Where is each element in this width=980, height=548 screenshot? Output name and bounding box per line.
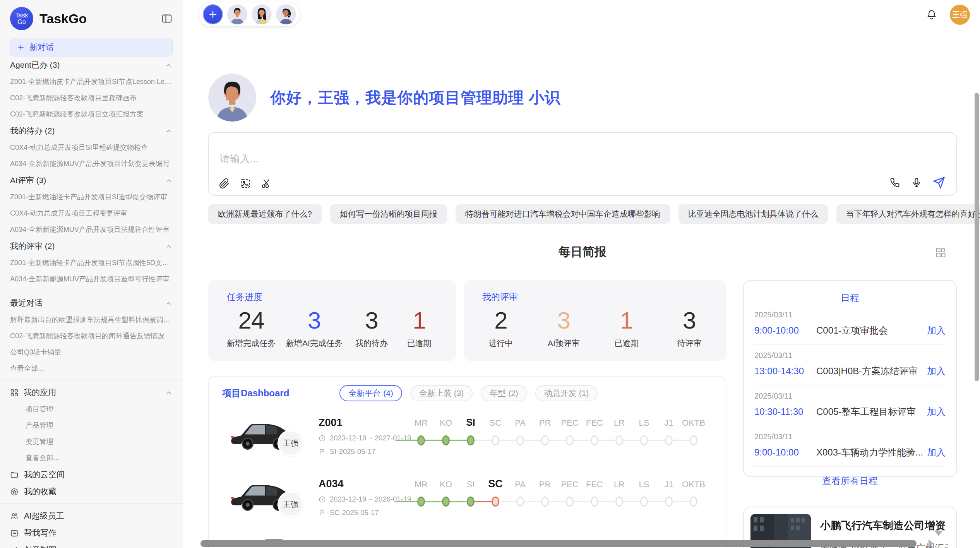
section-agent-done[interactable]: Agent已办 (3) xyxy=(10,57,173,74)
schedule-date: 2025/03/11 xyxy=(754,310,946,319)
milestone-node xyxy=(665,497,673,507)
sidebar-item-creative-draw[interactable]: 创意制图 xyxy=(10,541,173,548)
plus-icon xyxy=(17,43,25,51)
attachment-icon[interactable] xyxy=(219,178,230,189)
new-chat-button[interactable]: 新对话 xyxy=(10,38,173,57)
sidebar-item-ai-employee[interactable]: AI超级员工 xyxy=(10,507,173,524)
chat-input-card xyxy=(208,132,957,196)
sidebar-item[interactable]: C0X4-动力总成开发项目工程变更评审 xyxy=(10,205,173,221)
app-logo: Task Go xyxy=(10,7,33,30)
sidebar-item[interactable]: A034-全新新能源MUV产品开发项目计划变更表编写 xyxy=(10,156,173,172)
view-all-schedule-link[interactable]: 查看所有日程 xyxy=(754,475,946,487)
schedule-time: 13:00-14:30 xyxy=(754,366,816,377)
chevron-up-icon[interactable] xyxy=(165,60,173,70)
milestone-label: LS xyxy=(639,418,649,428)
join-link[interactable]: 加入 xyxy=(927,324,946,337)
app-item-product-mgmt[interactable]: 产品管理 xyxy=(10,417,173,433)
join-link[interactable]: 加入 xyxy=(927,406,946,418)
project-row-a034[interactable]: 王强 A034 2023-12-19 ~ 2026-01-19 SC-2025-… xyxy=(209,469,726,531)
suggestion-chip[interactable]: 如何写一份清晰的项目周报 xyxy=(330,204,447,224)
sidebar-item-cloud-space[interactable]: 我的云空间 xyxy=(10,466,173,483)
milestone-label: KO xyxy=(440,480,452,489)
section-title: 我的应用 xyxy=(24,387,56,398)
chevron-up-icon[interactable] xyxy=(165,241,173,251)
milestone-label: OKTB xyxy=(682,480,705,489)
chevron-up-icon[interactable] xyxy=(165,176,173,185)
milestone-node-done xyxy=(442,497,450,507)
project-row-z001[interactable]: 王强 Z001 2023-12-19 ~ 2027-01-19 SI-2025-… xyxy=(209,408,726,469)
sidebar-item[interactable]: A034-全新新能源MUV产品开发项目法规符合性评审 xyxy=(10,221,173,238)
section-my-apps[interactable]: 我的应用 xyxy=(10,384,173,401)
agent-avatar-1[interactable] xyxy=(227,4,247,24)
sidebar-header: Task Go TaskGo xyxy=(10,0,173,37)
join-link[interactable]: 加入 xyxy=(927,365,946,377)
horizontal-scrollbar-thumb[interactable] xyxy=(200,540,917,547)
chat-input[interactable] xyxy=(220,153,839,165)
dashboard-filters: 全新平台 (4) 全新上装 (3) 年型 (2) 动总开发 (1) xyxy=(339,385,598,401)
flag-icon xyxy=(319,448,326,456)
sidebar-item[interactable]: Z001-全新燃油轻卡产品开发项目SI造型提交物评审 xyxy=(10,189,173,205)
phone-call-icon[interactable] xyxy=(889,177,900,188)
suggestion-chips: 欧洲新规最近颁布了什么? 如何写一份清晰的项目周报 特朗普可能对进口汽车增税会对… xyxy=(208,204,957,224)
sidebar-item[interactable]: C0X4-动力总成开发项目SI里程碑提交物检查 xyxy=(10,139,173,156)
suggestion-chip[interactable]: 比亚迪全固态电池计划具体说了什么 xyxy=(678,204,828,224)
daily-brief-header: 每日简报 xyxy=(208,244,957,262)
schedule-title: 日程 xyxy=(754,281,946,304)
sidebar-collapse-icon[interactable] xyxy=(161,13,173,24)
sidebar-item[interactable]: Z001-全新燃油皮卡产品开发项目SI节点Lesson Learn报告 xyxy=(10,74,173,90)
vertical-scrollbar-thumb[interactable] xyxy=(975,93,979,381)
app-item-project-mgmt[interactable]: 项目管理 xyxy=(10,401,173,417)
add-agent-button[interactable] xyxy=(203,4,223,24)
view-all-chats[interactable]: 查看全部... xyxy=(10,360,173,377)
sidebar-item-help-write[interactable]: 帮我写作 xyxy=(10,524,173,541)
sidebar-item-favorites[interactable]: 我的收藏 xyxy=(10,483,173,500)
section-ai-review[interactable]: AI评审 (3) xyxy=(10,172,173,189)
agent-avatar-2[interactable] xyxy=(252,4,272,24)
microphone-icon[interactable] xyxy=(911,177,922,188)
notification-bell-icon[interactable] xyxy=(926,9,937,21)
milestone-label: PR xyxy=(539,418,551,428)
join-link[interactable]: 加入 xyxy=(927,446,946,459)
star-circle-icon xyxy=(10,487,19,496)
milestone-node xyxy=(566,497,574,507)
suggestion-chip[interactable]: 当下年轻人对汽车外观有怎样的喜好趋势 xyxy=(836,204,980,224)
section-recent-chats[interactable]: 最近对话 xyxy=(10,295,173,312)
filter-new-platform[interactable]: 全新平台 (4) xyxy=(339,385,402,401)
daily-brief-grid: 任务进度 24 新增完成任务 3 新增AI完成任务 3 xyxy=(208,280,957,548)
stat-new-done: 24 新增完成任务 xyxy=(227,306,276,349)
layout-grid-icon[interactable] xyxy=(935,247,946,258)
section-my-todo[interactable]: 我的待办 (2) xyxy=(10,122,173,139)
send-icon[interactable] xyxy=(933,176,945,189)
user-avatar[interactable]: 王强 xyxy=(950,5,970,25)
schedule-time: 10:30-11:30 xyxy=(754,406,816,417)
suggestion-chip[interactable]: 欧洲新规最近颁布了什么? xyxy=(208,204,322,224)
scroll-right-arrow[interactable] xyxy=(929,539,934,547)
chevron-up-icon[interactable] xyxy=(165,388,173,397)
news-title: 小鹏飞行汽车制造公司增资 xyxy=(820,519,948,533)
filter-new-body[interactable]: 全新上装 (3) xyxy=(410,385,473,401)
recent-chat-item[interactable]: C02-飞腾新能源轻客改款项目的闭环通告反馈情况 xyxy=(10,328,173,344)
milestone-label: MR xyxy=(415,418,428,428)
filter-powertrain[interactable]: 动总开发 (1) xyxy=(535,385,598,401)
sidebar-item[interactable]: C02-飞腾新能源轻客改款项目里程碑画布 xyxy=(10,90,173,106)
sidebar-item[interactable]: Z001-全新燃油轻卡产品开发项目SI节点属性5D文件评审 xyxy=(10,255,173,271)
filter-model-year[interactable]: 年型 (2) xyxy=(481,385,527,401)
sidebar-item[interactable]: A034-全新新能源MUV产品开发项目造型可行性评审 xyxy=(10,271,173,287)
schedule-item: 2025/03/11 9:00-10:00 C001-立项审批会 加入 xyxy=(754,304,946,345)
sidebar-item[interactable]: C02-飞腾新能源轻客改款项目立项汇报方案 xyxy=(10,106,173,122)
recent-chat-item[interactable]: 公司Q3轻卡销量 xyxy=(10,344,173,360)
write-icon xyxy=(10,528,19,538)
suggestion-chip[interactable]: 特朗普可能对进口汽车增税会对中国车企造成哪些影响 xyxy=(456,204,670,224)
chevron-up-icon[interactable] xyxy=(165,298,173,308)
recent-chat-item[interactable]: 解释最新出台的欧盟报废车法规再生塑料比例被调至15%... xyxy=(10,312,173,328)
app-item-change-mgmt[interactable]: 变更管理 xyxy=(10,433,173,450)
scroll-down-arrow[interactable] xyxy=(934,531,943,536)
milestone-node xyxy=(591,435,598,445)
agent-avatar-3[interactable] xyxy=(276,4,296,24)
image-upload-icon[interactable] xyxy=(240,178,251,189)
chevron-up-icon[interactable] xyxy=(165,126,173,135)
scissors-icon[interactable] xyxy=(261,178,272,189)
section-my-review[interactable]: 我的评审 (2) xyxy=(10,238,173,255)
milestone-label: PEC xyxy=(561,418,578,428)
view-all-apps[interactable]: 查看全部... xyxy=(10,450,173,466)
